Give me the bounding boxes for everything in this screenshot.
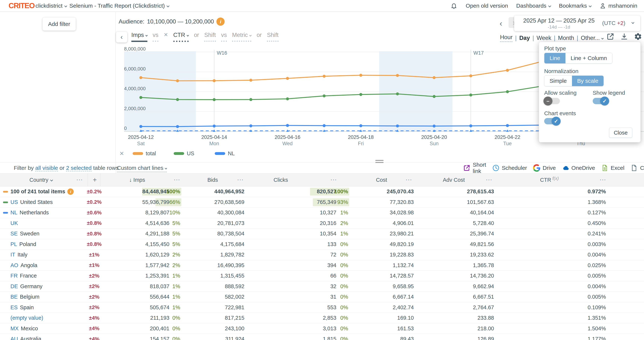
metric-vs-1[interactable]: vs (152, 32, 158, 42)
table-row-PL[interactable]: PLPoland±0.8%4,155,4505%4,175,6841330%49… (0, 239, 644, 250)
country-code-link[interactable]: SE (10, 231, 18, 237)
report-switcher[interactable]: Selenium - Traffic Report (Clickdistrict… (70, 0, 169, 11)
column-header-cost[interactable]: Cost (366, 174, 396, 186)
table-row-FR[interactable]: FRFrance±2%1,253,3911%1,315,455660%14,72… (0, 271, 644, 281)
granularity-option-other[interactable]: Other... (581, 35, 603, 41)
plot-type-line-button[interactable]: Line (544, 53, 566, 63)
filter-all-visible-link[interactable]: all visible (35, 165, 58, 171)
add-column-button[interactable]: + (89, 174, 100, 186)
close-settings-button[interactable]: Close (609, 128, 632, 138)
table-row-IT[interactable]: ITItaly±1%1,620,1292%1,829,782720%19,228… (0, 250, 644, 260)
country-code-link[interactable]: US (10, 199, 18, 205)
table-row-AO[interactable]: AOAngola±1%1,577,9422%16,490,3953940%1,1… (0, 260, 644, 271)
table-row[interactable]: (empty value)±4%211,1930%817,2152,8530%1… (0, 313, 644, 324)
metric-shift-1[interactable]: Shift (204, 32, 216, 42)
show-legend-toggle[interactable]: ✓ (593, 98, 608, 104)
table-row-BE[interactable]: BEBelgium±2%556,6441%582,002310%6,667.14… (0, 292, 644, 302)
country-code-link[interactable]: BE (10, 294, 18, 300)
collapse-metrics-button[interactable]: ‹ (116, 32, 127, 42)
country-code-link[interactable]: DE (10, 283, 18, 290)
column-menu-icon[interactable]: ··· (74, 174, 85, 186)
column-header-adv-cost[interactable]: Adv Cost (436, 174, 471, 186)
allow-scaling-toggle[interactable]: – (544, 98, 560, 104)
column-header-country[interactable]: Country (22, 174, 60, 186)
bookmarks-menu[interactable]: Bookmarks (559, 2, 591, 9)
gear-icon[interactable] (634, 32, 642, 41)
date-prev-button[interactable]: ‹ (500, 19, 502, 28)
info-icon[interactable]: i (67, 188, 74, 195)
export-drive-button[interactable]: Drive (533, 164, 556, 172)
country-code-link[interactable]: FR (10, 273, 18, 279)
bids-value: 270,638,569 (214, 197, 244, 207)
country-code-link[interactable]: UK (10, 220, 18, 226)
export-onedrive-button[interactable]: OneDrive (562, 164, 595, 172)
legend-close-icon[interactable]: ✕ (120, 150, 124, 157)
granularity-option-hour[interactable]: Hour (500, 34, 512, 42)
legend-item-NL[interactable]: NL (215, 150, 256, 157)
country-code-link[interactable]: IT (10, 252, 15, 258)
column-header-ctr[interactable]: CTRf(x) (532, 174, 567, 186)
metric-primary-dropdown[interactable]: Imps (131, 32, 148, 42)
table-row-DE[interactable]: DEGermany±2%818,0371%888,592320%9,658.95… (0, 281, 644, 292)
granularity-option-week[interactable]: Week (536, 35, 551, 41)
bell-icon[interactable] (450, 2, 458, 9)
table-row-AU[interactable]: AUAustralia±4%154,1570%311,9241,8150%89.… (0, 334, 644, 340)
export-csv-button[interactable]: CSV (630, 164, 644, 172)
adv-cost-value: 5,728.40 (473, 218, 494, 229)
short-link-icon (463, 164, 470, 172)
export-excel-button[interactable]: Excel (601, 164, 624, 172)
granularity-option-month[interactable]: Month (558, 35, 574, 41)
granularity-option-day[interactable]: Day (519, 35, 530, 41)
country-code-link[interactable]: AO (10, 262, 18, 268)
column-menu-icon[interactable]: ··· (598, 174, 609, 186)
account-switcher[interactable]: clickdistrict (36, 0, 67, 11)
country-code-link[interactable]: AU (10, 336, 18, 340)
filter-selected-link[interactable]: 2 selected (66, 165, 92, 171)
legend-item-US[interactable]: US (174, 150, 215, 157)
resize-handle[interactable] (375, 160, 384, 164)
metric-secondary-dropdown[interactable]: CTR (173, 32, 189, 42)
open-old-version-link[interactable]: Open old version (466, 2, 508, 9)
table-row-SE[interactable]: SESweden±0.8%4,291,1885%80,738,50410,354… (0, 229, 644, 239)
date-range-picker[interactable]: 2025 Apr 12 — 2025 Apr 25 -14d — -1d (UT… (514, 15, 640, 31)
country-code-link[interactable]: PL (10, 241, 17, 247)
open-in-new-icon[interactable] (606, 32, 614, 41)
custom-chart-lines-dropdown[interactable]: Custom chart lines (117, 165, 167, 172)
metric-shift-2[interactable]: Shift (267, 32, 278, 42)
plot-type-line-column-button[interactable]: Line + Column (566, 53, 612, 63)
column-menu-icon[interactable]: ··· (172, 174, 183, 186)
add-filter-button[interactable]: Add filter (42, 17, 76, 30)
country-code-link[interactable]: NL (10, 210, 17, 216)
column-menu-icon[interactable]: ··· (328, 174, 340, 186)
chart-events-toggle[interactable]: ✓ (544, 118, 560, 124)
normalization-simple-button[interactable]: Simple (544, 76, 572, 86)
table-row-NL[interactable]: NLNetherlands±0.6%8,129,80710%40,300,084… (0, 207, 644, 218)
metric-add-dropdown[interactable]: Metric (232, 32, 251, 42)
adv-cost-value: 9,662.94 (473, 281, 494, 292)
export-short-link-button[interactable]: Short link (463, 162, 486, 174)
legend-item-total[interactable]: total (133, 150, 174, 157)
table-row-ES[interactable]: ESSpain±2%505,6741%722,9815530%2,402.742… (0, 302, 644, 313)
column-header-clicks[interactable]: Clicks (265, 174, 297, 186)
download-icon[interactable] (620, 32, 628, 41)
dashboards-menu[interactable]: Dashboards (516, 2, 551, 9)
clicks-percent: 0% (340, 292, 348, 302)
column-menu-icon[interactable]: ··· (484, 174, 495, 186)
table-row[interactable]: 100 of 241 total itemsi±0.2%84,448,94510… (0, 186, 644, 197)
bids-value: 20,781,073 (217, 218, 244, 229)
country-code-link[interactable]: MX (10, 326, 19, 332)
column-menu-icon[interactable]: ··· (235, 174, 246, 186)
table-row-MX[interactable]: MXMexico±4%200,4010%243,1003,0130%161.53… (0, 324, 644, 334)
table-row-US[interactable]: USUnited States±0.2%55,936,79966%270,638… (0, 197, 644, 208)
user-menu[interactable]: mshamonin (600, 2, 637, 9)
normalization-by-scale-button[interactable]: By scale (572, 76, 604, 86)
metric-vs-2[interactable]: vs (221, 32, 227, 42)
column-header-imps[interactable]: ↓Imps (120, 174, 155, 186)
info-icon[interactable]: i (216, 17, 224, 26)
country-code-link[interactable]: ES (10, 304, 18, 311)
column-header-bids[interactable]: Bids (198, 174, 228, 186)
remove-metric-icon[interactable]: ✕ (164, 32, 168, 40)
table-row-UK[interactable]: UK±0.8%4,514,6365%20,781,07320,3162%4,90… (0, 218, 644, 229)
export-scheduler-button[interactable]: Scheduler (492, 164, 527, 172)
column-menu-icon[interactable]: ··· (404, 174, 415, 186)
